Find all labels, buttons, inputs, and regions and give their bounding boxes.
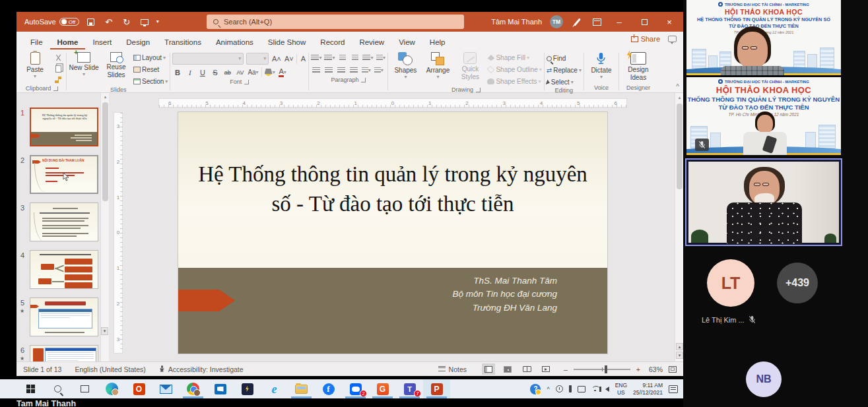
mail-button[interactable] bbox=[152, 379, 180, 398]
collapse-ribbon-button[interactable]: ^ bbox=[676, 83, 679, 90]
task-view-button[interactable] bbox=[71, 379, 98, 398]
decrease-indent-button[interactable] bbox=[337, 53, 347, 63]
tab-insert[interactable]: Insert bbox=[85, 34, 119, 49]
strikethrough-button[interactable]: S bbox=[210, 67, 220, 77]
file-explorer-button[interactable] bbox=[288, 379, 315, 398]
copy-button[interactable] bbox=[52, 64, 64, 73]
numbering-button[interactable]: ▾ bbox=[324, 53, 335, 63]
line-spacing-button[interactable]: ▾ bbox=[362, 53, 373, 63]
speaker-icon[interactable] bbox=[605, 387, 609, 392]
notes-button[interactable]: Notes bbox=[438, 365, 467, 373]
normal-view-button[interactable] bbox=[482, 363, 495, 375]
tab-review[interactable]: Review bbox=[352, 34, 391, 49]
g-app-button[interactable]: G bbox=[369, 379, 396, 398]
cut-button[interactable] bbox=[52, 53, 64, 62]
powerpoint-button[interactable]: P bbox=[423, 379, 450, 398]
action-center-icon[interactable] bbox=[669, 385, 678, 393]
scroll-up-icon[interactable]: ▴ bbox=[676, 94, 683, 102]
video-tile-3-active-speaker[interactable] bbox=[685, 158, 842, 246]
office-button[interactable]: O bbox=[125, 379, 152, 398]
search-input[interactable]: Search (Alt+Q) bbox=[207, 15, 464, 29]
zoom-slider-thumb[interactable] bbox=[605, 365, 607, 373]
dialog-launcher-icon[interactable] bbox=[244, 80, 249, 84]
tab-transitions[interactable]: Transitions bbox=[157, 34, 209, 49]
start-button[interactable] bbox=[17, 379, 44, 398]
participants-overflow-count[interactable]: +439 bbox=[777, 263, 818, 303]
find-button[interactable]: Find bbox=[547, 53, 582, 63]
columns-button[interactable]: ▾ bbox=[361, 65, 371, 75]
new-slide-button[interactable]: New Slide ▾ bbox=[69, 51, 99, 77]
slide-thumbnail-3[interactable] bbox=[30, 203, 98, 241]
font-color-button[interactable]: A▾ bbox=[278, 67, 288, 77]
select-button[interactable]: Select▾ bbox=[547, 77, 582, 87]
slide-author-block[interactable]: ThS. Mai Thanh Tâm Bộ môn Tin học đại cư… bbox=[453, 274, 557, 315]
vertical-scrollbar[interactable]: ▴ ▴ ▾ bbox=[675, 93, 683, 361]
microsoft-store-button[interactable] bbox=[207, 379, 234, 398]
ribbon-display-button[interactable] bbox=[591, 16, 603, 28]
italic-button[interactable]: I bbox=[185, 67, 195, 77]
slide-sorter-view-button[interactable] bbox=[501, 363, 514, 375]
clock[interactable]: 9:11 AM25//12/2021 bbox=[633, 382, 663, 396]
usb-tray-icon[interactable] bbox=[569, 385, 572, 392]
next-slide-button[interactable]: ▾ bbox=[676, 352, 683, 359]
zoom-in-button[interactable]: + bbox=[636, 365, 640, 373]
tab-animations[interactable]: Animations bbox=[209, 34, 261, 49]
reset-button[interactable]: Reset bbox=[133, 65, 168, 75]
replace-button[interactable]: ⇄Replace▾ bbox=[547, 65, 582, 75]
design-ideas-button[interactable]: Design Ideas bbox=[621, 51, 655, 81]
bold-button[interactable]: B bbox=[172, 67, 182, 77]
zalo-button[interactable]: 2 bbox=[342, 379, 369, 398]
scrollbar-thumb[interactable] bbox=[102, 102, 108, 201]
previous-slide-button[interactable]: ▴ bbox=[676, 343, 683, 350]
language-indicator[interactable]: English (United States) bbox=[75, 365, 145, 373]
underline-button[interactable]: U bbox=[197, 67, 207, 77]
undo-button[interactable]: ↶ bbox=[103, 16, 115, 28]
slide-thumbnail-5[interactable] bbox=[30, 297, 98, 336]
display-tray-icon[interactable] bbox=[578, 386, 585, 392]
zoom-out-button[interactable]: – bbox=[564, 365, 568, 373]
shape-effects-button[interactable]: Shape Effects▾ bbox=[487, 77, 541, 86]
thumbnail-scrollbar[interactable]: ▴ bbox=[100, 93, 109, 361]
text-direction-button[interactable]: ▾ bbox=[376, 53, 385, 63]
dialog-launcher-icon[interactable] bbox=[53, 86, 58, 91]
facebook-button[interactable]: f bbox=[315, 379, 342, 398]
slide-title[interactable]: Hệ Thống thông tin quản lý trong kỷ nguy… bbox=[195, 160, 590, 218]
fit-slide-button[interactable] bbox=[669, 366, 677, 373]
reading-view-button[interactable] bbox=[520, 363, 533, 375]
zoom-slider[interactable] bbox=[574, 369, 630, 370]
thumbnail-scroll-down-button[interactable]: ▾ bbox=[101, 327, 108, 335]
convert-smartart-button[interactable]: ▾ bbox=[374, 65, 384, 75]
clear-formatting-button[interactable]: A bbox=[296, 54, 306, 64]
tab-view[interactable]: View bbox=[391, 34, 422, 49]
zoom-level[interactable]: 63% bbox=[649, 365, 663, 373]
tray-expand-button[interactable]: ^ bbox=[547, 386, 549, 392]
grow-font-button[interactable]: A˄ bbox=[271, 54, 281, 64]
wifi-icon[interactable] bbox=[591, 386, 599, 392]
align-center-button[interactable] bbox=[323, 65, 333, 75]
align-right-button[interactable] bbox=[336, 65, 346, 75]
quick-styles-button[interactable]: Quick Styles bbox=[455, 51, 485, 80]
align-left-button[interactable] bbox=[311, 65, 321, 75]
tab-record[interactable]: Record bbox=[313, 34, 352, 49]
dialog-launcher-icon[interactable] bbox=[476, 88, 481, 92]
comments-icon[interactable] bbox=[668, 36, 677, 42]
video-tile-1[interactable]: TRƯỜNG ĐẠI HỌC TÀI CHÍNH - MARKETING HỘI… bbox=[686, 0, 841, 75]
internet-explorer-button[interactable]: e bbox=[261, 379, 288, 398]
format-painter-button[interactable] bbox=[52, 75, 64, 84]
scrollbar-thumb[interactable] bbox=[677, 104, 683, 189]
tab-design[interactable]: Design bbox=[119, 34, 157, 49]
quick-access-caret[interactable]: ▾ bbox=[156, 19, 159, 24]
slide-thumbnail-2[interactable]: NỘI DUNG BÀI THAM LUẬN bbox=[30, 155, 98, 194]
slideshow-view-button[interactable] bbox=[539, 363, 552, 375]
slide-thumbnail-4[interactable] bbox=[30, 250, 98, 289]
editing-mode-button[interactable] bbox=[571, 16, 583, 28]
slide-canvas[interactable]: Hệ Thống thông tin quản lý trong kỷ nguy… bbox=[178, 112, 607, 354]
dictate-button[interactable]: Dictate ▾ bbox=[586, 51, 617, 80]
tab-home[interactable]: Home bbox=[50, 34, 86, 49]
layout-button[interactable]: Layout▾ bbox=[133, 53, 168, 63]
reuse-slides-button[interactable]: Reuse Slides bbox=[101, 51, 131, 78]
arrange-button[interactable]: Arrange ▾ bbox=[422, 51, 453, 80]
increase-indent-button[interactable] bbox=[350, 53, 360, 63]
share-button[interactable]: Share bbox=[631, 35, 660, 43]
minimize-button[interactable]: – bbox=[611, 12, 628, 32]
